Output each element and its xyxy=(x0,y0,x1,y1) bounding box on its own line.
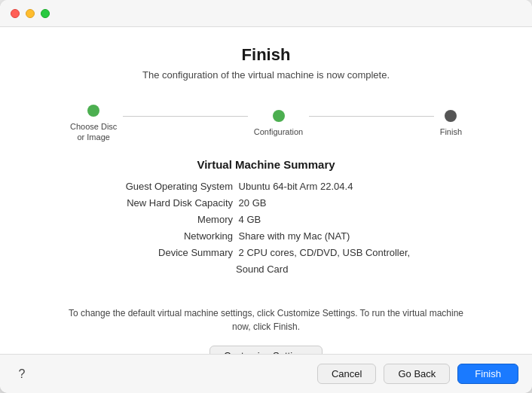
step-connector-1 xyxy=(123,116,247,117)
main-content: Finish The configuration of the virtual … xyxy=(0,27,532,354)
summary-value-memory: 4 GB xyxy=(236,212,432,228)
customize-btn-row: Customize Settings xyxy=(30,346,502,354)
step-configuration: Configuration xyxy=(254,110,303,137)
summary-value-os: Ubuntu 64-bit Arm 22.04.4 xyxy=(236,178,432,195)
step-finish: Finish xyxy=(440,110,462,137)
step-label-choose-disc: Choose Discor Image xyxy=(70,121,117,143)
summary-row-disk: New Hard Disk Capacity 20 GB xyxy=(30,195,502,212)
summary-row-networking: Networking Share with my Mac (NAT) xyxy=(30,228,502,245)
help-button[interactable]: ? xyxy=(14,367,30,381)
summary-label-devices: Device Summary xyxy=(100,245,236,278)
summary-section: Virtual Machine Summary Guest Operating … xyxy=(30,158,502,286)
step-circle-choose-disc xyxy=(87,105,99,117)
window: Finish The configuration of the virtual … xyxy=(0,0,532,393)
step-connector-2 xyxy=(309,116,433,117)
step-label-configuration: Configuration xyxy=(254,126,303,137)
traffic-lights xyxy=(11,9,50,18)
step-label-finish: Finish xyxy=(440,126,462,137)
summary-row-memory: Memory 4 GB xyxy=(30,212,502,228)
summary-label-os: Guest Operating System xyxy=(100,178,236,195)
progress-bar: Choose Discor Image Configuration Finish xyxy=(30,93,502,158)
summary-value-devices: 2 CPU cores, CD/DVD, USB Controller,Soun… xyxy=(236,245,432,278)
footer: ? Cancel Go Back Finish xyxy=(0,354,532,393)
step-choose-disc: Choose Discor Image xyxy=(70,105,117,143)
page-title: Finish xyxy=(30,45,502,65)
customize-settings-button[interactable]: Customize Settings xyxy=(209,346,323,354)
summary-label-memory: Memory xyxy=(100,212,236,228)
step-circle-configuration xyxy=(273,110,285,122)
page-subtitle: The configuration of the virtual machine… xyxy=(30,69,502,81)
summary-value-disk: 20 GB xyxy=(236,195,432,212)
minimize-button[interactable] xyxy=(26,9,35,18)
close-button[interactable] xyxy=(11,9,20,18)
maximize-button[interactable] xyxy=(41,9,50,18)
footer-buttons: Cancel Go Back Finish xyxy=(317,364,518,384)
summary-row-os: Guest Operating System Ubuntu 64-bit Arm… xyxy=(30,178,502,195)
title-bar xyxy=(0,0,532,27)
cancel-button[interactable]: Cancel xyxy=(317,364,376,384)
summary-label-networking: Networking xyxy=(100,228,236,245)
step-circle-finish xyxy=(445,110,457,122)
finish-button[interactable]: Finish xyxy=(457,364,518,384)
summary-label-disk: New Hard Disk Capacity xyxy=(100,195,236,212)
summary-title: Virtual Machine Summary xyxy=(30,158,502,171)
step-container: Choose Discor Image Configuration Finish xyxy=(70,105,462,143)
summary-value-networking: Share with my Mac (NAT) xyxy=(236,228,432,245)
header: Finish The configuration of the virtual … xyxy=(30,27,502,93)
summary-row-devices: Device Summary 2 CPU cores, CD/DVD, USB … xyxy=(30,245,502,278)
info-text: To change the default virtual machine se… xyxy=(30,303,502,337)
go-back-button[interactable]: Go Back xyxy=(384,364,450,384)
